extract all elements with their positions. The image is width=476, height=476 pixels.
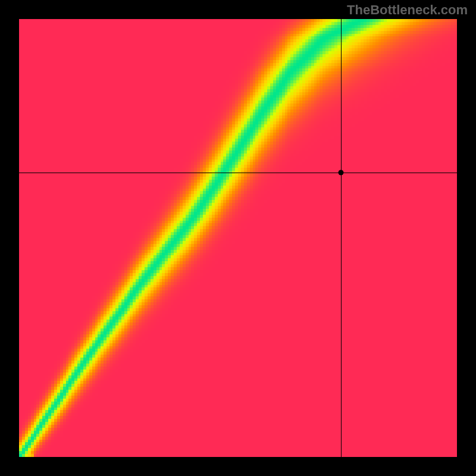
crosshair-horizontal bbox=[19, 173, 457, 173]
watermark-text: TheBottleneck.com bbox=[347, 2, 468, 18]
heatmap-canvas bbox=[19, 19, 457, 457]
crosshair-vertical bbox=[341, 19, 342, 457]
heatmap-chart bbox=[19, 19, 457, 457]
data-point-marker bbox=[338, 170, 343, 175]
